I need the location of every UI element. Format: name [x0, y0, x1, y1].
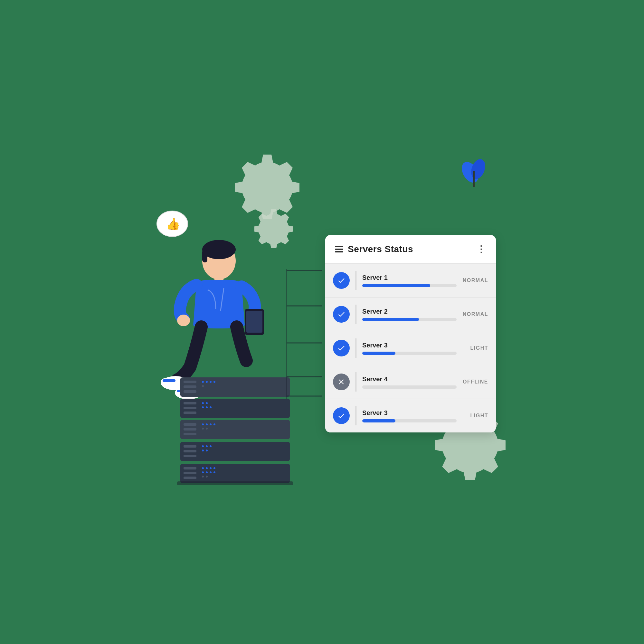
svg-point-49 — [210, 423, 212, 425]
server-info: Server 1 — [362, 274, 457, 287]
svg-point-52 — [206, 428, 208, 430]
progress-bar-bg — [362, 419, 457, 422]
svg-point-41 — [202, 450, 204, 451]
server-name: Server 4 — [362, 375, 457, 383]
server-status-label: LIGHT — [462, 345, 488, 351]
svg-rect-20 — [180, 464, 290, 483]
server-info: Server 3 — [362, 342, 457, 355]
svg-point-24 — [202, 467, 204, 469]
svg-rect-34 — [180, 442, 290, 461]
progress-bar-fill — [362, 352, 395, 355]
svg-point-48 — [206, 423, 208, 425]
svg-point-40 — [210, 445, 212, 447]
svg-point-47 — [202, 423, 204, 425]
more-options-button[interactable]: ⋮ — [477, 245, 486, 254]
svg-point-29 — [206, 471, 208, 473]
svg-point-42 — [206, 450, 208, 451]
svg-point-58 — [206, 402, 208, 404]
svg-point-31 — [213, 471, 215, 473]
status-icon — [333, 374, 350, 390]
server-row: Server 3LIGHT — [325, 399, 496, 432]
svg-rect-65 — [184, 390, 196, 393]
row-divider — [355, 305, 356, 324]
svg-point-70 — [202, 385, 204, 387]
svg-point-32 — [202, 476, 204, 478]
svg-rect-35 — [184, 445, 196, 448]
svg-rect-56 — [184, 412, 196, 414]
svg-rect-37 — [184, 455, 196, 457]
status-icon — [333, 272, 350, 289]
svg-point-51 — [202, 428, 204, 430]
svg-point-68 — [210, 381, 212, 383]
svg-rect-13 — [246, 311, 262, 333]
svg-rect-62 — [180, 377, 290, 397]
svg-point-59 — [202, 406, 204, 408]
svg-point-61 — [210, 406, 212, 408]
svg-rect-43 — [180, 420, 290, 439]
svg-rect-53 — [180, 399, 290, 418]
scene: 👍 — [145, 145, 499, 499]
svg-point-27 — [213, 467, 215, 469]
card-header: Servers Status ⋮ — [325, 235, 496, 264]
server-list: Server 1NORMALServer 2NORMALServer 3LIGH… — [325, 264, 496, 432]
server-stack-illustration — [177, 377, 299, 486]
svg-rect-54 — [184, 402, 196, 404]
server-row: Server 4OFFLINE — [325, 365, 496, 399]
svg-point-25 — [206, 467, 208, 469]
progress-bar-fill — [362, 284, 430, 287]
progress-bar-bg — [362, 318, 457, 321]
svg-rect-64 — [184, 385, 196, 388]
svg-point-30 — [210, 471, 212, 473]
server-name: Server 3 — [362, 409, 457, 417]
row-divider — [355, 338, 356, 358]
server-name: Server 3 — [362, 342, 457, 349]
server-name: Server 1 — [362, 274, 457, 281]
server-status-label: NORMAL — [462, 311, 488, 317]
server-status-label: LIGHT — [462, 413, 488, 419]
server-status-label: NORMAL — [462, 278, 488, 283]
server-info: Server 3 — [362, 409, 457, 422]
svg-point-50 — [213, 423, 215, 425]
row-divider — [355, 372, 356, 392]
svg-point-60 — [206, 406, 208, 408]
card-title: Servers Status — [348, 244, 413, 254]
svg-rect-22 — [184, 472, 196, 474]
svg-rect-36 — [184, 450, 196, 452]
svg-rect-23 — [184, 477, 196, 479]
progress-bar-bg — [362, 352, 457, 355]
card-title-group: Servers Status — [335, 244, 413, 254]
svg-rect-45 — [184, 428, 196, 431]
server-info: Server 4 — [362, 375, 457, 389]
server-status-label: OFFLINE — [462, 379, 488, 385]
server-status-card: Servers Status ⋮ Server 1NORMALServer 2N… — [325, 235, 496, 432]
server-row: Server 1NORMAL — [325, 264, 496, 298]
svg-rect-44 — [184, 423, 196, 426]
svg-point-28 — [202, 471, 204, 473]
server-row: Server 3LIGHT — [325, 331, 496, 365]
svg-point-69 — [213, 381, 215, 383]
svg-rect-8 — [202, 250, 207, 262]
status-icon — [333, 407, 350, 424]
menu-icon — [335, 246, 343, 252]
svg-text:👍: 👍 — [166, 217, 180, 231]
server-name: Server 2 — [362, 308, 457, 315]
progress-bar-fill — [362, 419, 395, 422]
svg-point-26 — [210, 467, 212, 469]
connecting-lines — [283, 251, 325, 399]
progress-bar-bg — [362, 284, 457, 287]
svg-rect-55 — [184, 407, 196, 409]
svg-rect-21 — [184, 467, 196, 469]
svg-point-38 — [202, 445, 204, 447]
row-divider — [355, 271, 356, 290]
server-info: Server 2 — [362, 308, 457, 321]
svg-point-66 — [202, 381, 204, 383]
row-divider — [355, 406, 356, 425]
progress-bar-bg — [362, 385, 457, 389]
svg-point-67 — [206, 381, 208, 383]
svg-point-10 — [177, 315, 190, 326]
server-row: Server 2NORMAL — [325, 298, 496, 331]
svg-point-33 — [206, 476, 208, 478]
svg-rect-16 — [163, 379, 175, 382]
progress-bar-fill — [362, 318, 419, 321]
svg-rect-46 — [184, 433, 196, 435]
